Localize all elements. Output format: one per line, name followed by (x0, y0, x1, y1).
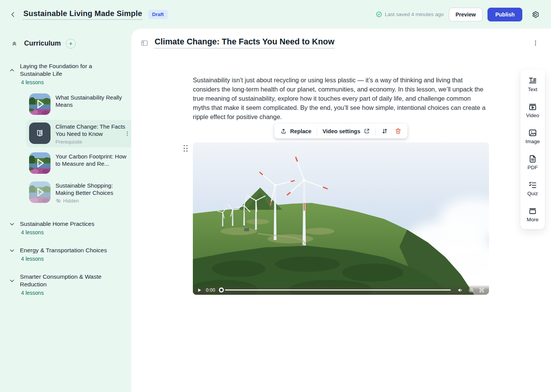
gear-icon (531, 10, 540, 19)
drag-handle[interactable] (183, 144, 189, 153)
lesson-title-heading[interactable]: Climate Change: The Facts You Need to Kn… (155, 37, 334, 49)
more-blocks-icon (528, 206, 537, 216)
current-time: 0:00 (206, 287, 215, 293)
back-button[interactable] (8, 9, 18, 20)
save-status: Last saved 4 minutes ago (376, 11, 444, 18)
lesson-title-row: Climate Change: The Facts You Need to Kn… (139, 37, 540, 49)
lesson-list: What Sustainability Really Means Climate… (26, 91, 131, 206)
insert-quiz-button[interactable]: Quiz (527, 180, 538, 196)
lesson-item-hidden[interactable]: Sustainable Shopping: Making Better Choi… (26, 179, 131, 206)
settings-button[interactable] (530, 9, 541, 20)
scrubber-handle[interactable] (219, 287, 224, 292)
trash-icon (395, 127, 402, 135)
toolbar-divider (317, 127, 317, 136)
video-controls: 0:00 (193, 285, 489, 295)
block-label: PDF (528, 165, 538, 170)
insert-video-button[interactable]: Video (526, 102, 539, 118)
hidden-label: Hidden (63, 198, 79, 204)
curriculum-section: Sustainable Home Practices 4 lessons (8, 220, 131, 235)
fullscreen-button[interactable] (478, 286, 486, 294)
add-section-button[interactable] (66, 39, 76, 49)
lesson-text: Your Carbon Footprint: How to Measure an… (55, 152, 127, 167)
progress-track[interactable] (225, 289, 451, 291)
upload-icon (280, 128, 287, 135)
play-icon (197, 288, 202, 292)
block-label: Quiz (527, 191, 538, 196)
lesson-count: 4 lessons (21, 229, 131, 235)
video-settings-button[interactable]: Video settings (322, 127, 371, 136)
lesson-count: 4 lessons (21, 79, 131, 85)
chevron-down-icon (8, 247, 16, 254)
lesson-options-button[interactable] (531, 38, 540, 48)
course-title[interactable]: Sustainable Living Made Simple (23, 9, 142, 20)
video-quality-button[interactable] (467, 286, 475, 294)
lesson-title: Climate Change: The Facts You Need to Kn… (55, 123, 127, 137)
lesson-title: Your Carbon Footprint: How to Measure an… (55, 153, 127, 167)
external-link-icon (364, 128, 370, 134)
image-block-icon (528, 128, 537, 137)
quiz-checklist-icon (528, 180, 537, 189)
preview-button[interactable]: Preview (449, 8, 483, 21)
lesson-text: Sustainable Shopping: Making Better Choi… (55, 181, 127, 204)
lesson-text: Climate Change: The Facts You Need to Kn… (55, 122, 127, 145)
lesson-item[interactable]: What Sustainability Really Means (26, 91, 131, 118)
text-block-icon (528, 76, 537, 85)
section-header[interactable]: Energy & Transportation Choices (8, 247, 131, 254)
collapse-all-button[interactable] (9, 38, 20, 49)
section-title: Energy & Transportation Choices (20, 247, 107, 254)
play-button[interactable] (196, 287, 202, 293)
section-title: Smarter Consumption & Waste Reduction (20, 273, 116, 288)
section-header[interactable]: Sustainable Home Practices (8, 220, 131, 228)
video-block: 0:00 (193, 142, 489, 295)
insert-more-button[interactable]: More (527, 206, 539, 222)
lesson-editor-panel: Climate Change: The Facts You Need to Kn… (131, 29, 551, 392)
video-controls-right (456, 286, 486, 294)
plus-icon (68, 41, 73, 46)
curriculum-section: Energy & Transportation Choices 4 lesson… (8, 247, 131, 262)
volume-button[interactable] (456, 286, 464, 294)
insert-image-button[interactable]: Image (525, 128, 540, 144)
video-toolbar-row: Replace Video settings (193, 124, 489, 139)
lesson-text: What Sustainability Really Means (55, 93, 127, 108)
reorder-block-button[interactable] (380, 126, 389, 136)
sidebar-toggle-button[interactable] (139, 38, 150, 49)
kebab-icon (124, 131, 130, 137)
lesson-subtitle: Hidden (55, 198, 127, 204)
top-header: Sustainable Living Made Simple Draft Las… (0, 0, 551, 29)
eye-off-icon (55, 198, 61, 204)
chevron-up-icon (8, 67, 16, 74)
arrows-up-down-icon (381, 127, 388, 135)
video-block-icon (528, 102, 537, 111)
curriculum-section: Laying the Foundation for a Sustainable … (8, 62, 131, 206)
panel-layout-icon (140, 39, 148, 47)
lesson-item-selected[interactable]: Climate Change: The Facts You Need to Kn… (26, 120, 131, 147)
section-header[interactable]: Laying the Foundation for a Sustainable … (8, 62, 131, 78)
status-badge: Draft (148, 10, 168, 19)
insert-text-button[interactable]: Text (528, 76, 538, 92)
section-header[interactable]: Smarter Consumption & Waste Reduction (8, 273, 131, 288)
insert-pdf-button[interactable]: PDF (528, 154, 538, 170)
lesson-item[interactable]: Your Carbon Footprint: How to Measure an… (26, 150, 131, 176)
save-status-text: Last saved 4 minutes ago (385, 11, 444, 17)
volume-icon (457, 287, 463, 293)
curriculum-header: Curriculum (9, 38, 131, 49)
block-label: Image (525, 139, 540, 144)
check-circle-icon (376, 11, 382, 18)
delete-block-button[interactable] (394, 126, 403, 136)
curriculum-sidebar: Curriculum Laying the Foundation for a S… (0, 29, 131, 392)
block-label: Text (528, 87, 538, 92)
video-thumbnail (29, 152, 51, 174)
lesson-menu-button[interactable] (123, 129, 131, 138)
lesson-subtitle: Prerequisite (55, 139, 127, 145)
fullscreen-icon (479, 287, 485, 293)
publish-button[interactable]: Publish (487, 8, 522, 21)
lesson-title: Sustainable Shopping: Making Better Choi… (55, 182, 127, 196)
lesson-title: What Sustainability Really Means (55, 94, 127, 108)
section-title: Sustainable Home Practices (20, 220, 95, 228)
video-frame-art (193, 142, 489, 295)
replace-video-button[interactable]: Replace (279, 127, 312, 136)
lesson-paragraph[interactable]: Sustainability isn’t just about recyclin… (193, 75, 489, 121)
kebab-icon (532, 40, 539, 46)
reading-thumbnail (29, 122, 51, 144)
video-player[interactable]: 0:00 (193, 142, 489, 295)
